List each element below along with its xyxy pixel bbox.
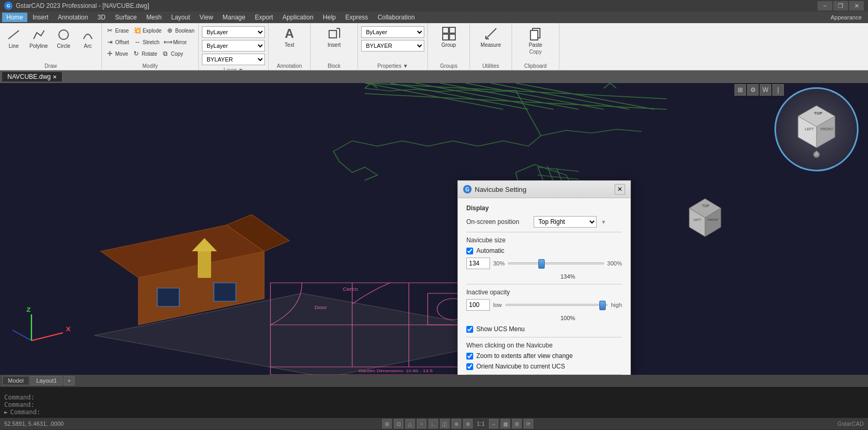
size-slider-thumb[interactable] [538,259,545,269]
orient-label: Orient Navicube to current UCS [476,363,565,370]
linetype2-dropdown[interactable]: BYLAYER [361,40,424,52]
vp-btn-grid[interactable]: ⊞ [734,84,746,96]
menu-home[interactable]: Home [2,13,27,22]
svg-text:FRONT: FRONT [708,218,719,221]
zoom-checkbox[interactable] [466,353,473,360]
navcube-secondary: TOP LEFT FRONT [679,193,731,248]
model-tab[interactable]: Model [2,376,29,385]
menu-express[interactable]: Express [341,13,372,22]
menu-annotation[interactable]: Annotation [54,13,92,22]
menu-export[interactable]: Export [251,13,278,22]
opacity-value-input[interactable] [466,299,490,311]
status-otrack-icon[interactable]: ◫ [440,419,450,428]
menu-mesh[interactable]: Mesh [142,13,166,22]
menu-3d[interactable]: 3D [93,13,109,22]
cmd-prompt2: Command: [4,401,35,408]
status-scale[interactable]: 1:1 [475,421,487,427]
ribbon-circle-button[interactable]: Circle [52,25,75,50]
status-lineweight-icon[interactable]: ↔ [489,419,498,428]
layer-properties-dropdown[interactable]: ByLayer [202,40,265,52]
status-osnap-icon[interactable]: ∟ [428,419,438,428]
svg-rect-28 [157,288,179,306]
group-label: Group [442,42,456,48]
ucs-menu-checkbox[interactable] [466,326,473,333]
svg-line-0 [8,30,19,39]
automatic-checkbox[interactable] [466,248,473,254]
stretch-button[interactable]: ↔ Stretch [132,37,161,47]
menu-application[interactable]: Application [278,13,318,22]
boolean-button[interactable]: ⊕ Boolean [164,25,196,36]
status-dyn-icon[interactable]: ⊗ [463,419,473,428]
layout1-tab[interactable]: Layout1 [30,376,63,385]
rotate-button[interactable]: ↻ Rotate [130,48,158,59]
mirror-button[interactable]: ⟺ Mirror [162,37,188,47]
svg-rect-8 [450,34,455,40]
copy-icon: ⧉ [161,49,170,58]
close-button[interactable]: ✕ [849,1,864,11]
status-transparency-icon[interactable]: ▦ [501,419,510,428]
size-value-input[interactable] [466,258,490,269]
group-button[interactable]: Group [437,24,461,49]
status-workspace-icon[interactable]: ⟳ [524,419,533,428]
zoom-label: Zoom to extents after view change [476,352,573,360]
add-layout-tab[interactable]: + [64,376,74,385]
explode-button[interactable]: 💥 Explode [131,25,163,36]
automatic-row: Automatic [466,247,622,254]
copy-button[interactable]: ⧉ Copy [160,48,185,59]
vp-btn-snap[interactable]: ⚙ [747,84,759,96]
navcube-display[interactable]: TOP LEFT FRONT [769,87,864,192]
menu-surface[interactable]: Surface [111,13,141,22]
document-tab[interactable]: NAVCUBE.dwg ✕ [2,72,63,81]
opacity-slider-thumb[interactable] [599,301,606,310]
status-grid-icon[interactable]: ⊞ [382,419,392,428]
status-ucs-icon[interactable]: ⊕ [452,419,461,428]
color-dropdown[interactable]: ByLayer [361,26,424,38]
title-bar-left: G GstarCAD 2023 Professional - [NAVCUBE.… [4,2,149,10]
dialog-close-button[interactable]: ✕ [615,184,625,194]
position-dropdown[interactable]: Top Right Top Left Bottom Right Bottom L… [534,216,597,228]
menu-bar: Home Insert Annotation 3D Surface Mesh L… [0,12,868,23]
menu-collaboration[interactable]: Collaboration [373,13,419,22]
ucs-menu-label: Show UCS Menu [476,325,525,333]
menu-help[interactable]: Help [319,13,340,22]
paste-icon [527,25,544,42]
navcube-circle[interactable]: TOP LEFT FRONT [774,87,859,171]
utilities-group-label: Utilities [482,63,499,69]
document-tab-close[interactable]: ✕ [53,74,57,80]
restore-button[interactable]: ❐ [833,1,848,11]
status-quickprop-icon[interactable]: ⊞ [512,419,522,428]
minimize-button[interactable]: − [818,1,832,11]
orient-row: Orient Navicube to current UCS [466,363,622,370]
linetype-dropdown[interactable]: BYLAYER [202,54,265,65]
layer-dropdown[interactable]: ByLayer [202,26,265,38]
insert-button[interactable]: Insert [323,24,346,49]
ribbon-arc-button[interactable]: Arc [76,25,99,50]
ribbon-modify-group: ✂ Erase 💥 Explode ⊕ Boolean ⇥ Offset [102,23,199,70]
orient-checkbox[interactable] [466,363,473,370]
vp-btn-w[interactable]: W [760,84,771,96]
dialog-logo: G [463,185,472,193]
status-polar-icon[interactable]: ○ [417,419,426,428]
line-icon [5,26,22,43]
text-button[interactable]: A Text [278,24,301,49]
status-ortho-icon[interactable]: △ [405,419,415,428]
menu-manage[interactable]: Manage [218,13,249,22]
cad-background[interactable]: Cerco Door Garden Dimensions: 10.60 - 13… [0,83,868,375]
erase-button[interactable]: ✂ Erase [104,25,130,36]
svg-text:Door: Door [314,305,327,310]
offset-button[interactable]: ⇥ Offset [104,37,131,47]
measure-button[interactable]: Measure [477,24,504,49]
stretch-icon: ↔ [134,38,142,46]
cmd-input[interactable] [43,408,864,416]
cmd-prompt1: Command: [4,394,35,401]
copy-btn-small[interactable]: Copy [529,49,542,55]
menu-layout[interactable]: Layout [167,13,194,22]
menu-insert[interactable]: Insert [28,13,53,22]
move-button[interactable]: ✛ Move [104,48,129,59]
ribbon-line-button[interactable]: Line [2,25,25,50]
paste-button[interactable]: Paste [524,24,547,49]
status-snap-icon[interactable]: ⊡ [394,419,403,428]
menu-view[interactable]: View [196,13,218,22]
modify-row2: ⇥ Offset ↔ Stretch ⟺ Mirror [104,37,196,47]
ribbon-polyline-button[interactable]: Polyline [26,25,51,50]
